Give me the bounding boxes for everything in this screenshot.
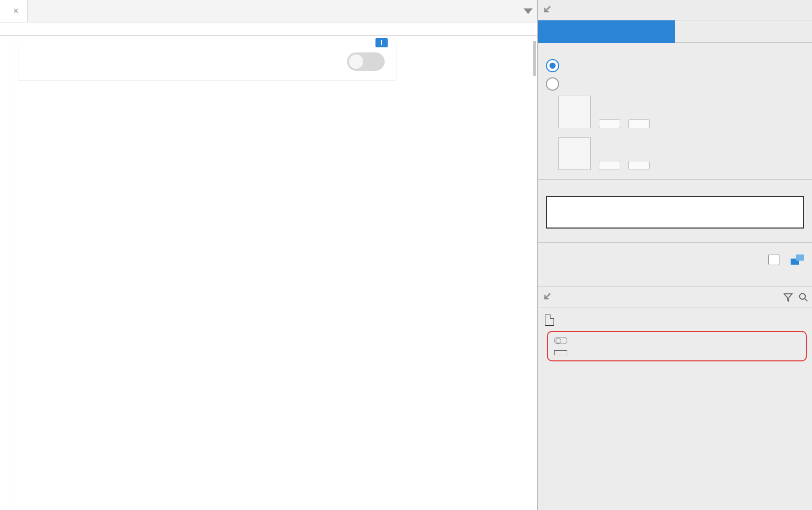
radio-custom-icon[interactable] bbox=[546, 77, 804, 91]
tooltip-input[interactable] bbox=[546, 196, 804, 229]
enable-checkbox[interactable] bbox=[768, 254, 779, 265]
radio-icon[interactable] bbox=[546, 59, 559, 72]
inspector-header bbox=[538, 0, 812, 20]
adaptive-settings-icon[interactable] bbox=[791, 254, 804, 265]
inspector-body bbox=[538, 43, 812, 287]
import-56-button[interactable] bbox=[599, 161, 620, 170]
ruler-horizontal bbox=[0, 22, 537, 36]
rect-icon bbox=[554, 350, 567, 355]
tabs-dropdown-icon[interactable] bbox=[519, 0, 537, 22]
outline-title-item[interactable] bbox=[552, 347, 802, 358]
outline-switch-item[interactable] bbox=[552, 334, 802, 347]
inspector-tabs bbox=[538, 20, 812, 43]
switch-icon bbox=[554, 337, 567, 344]
canvas-area: × bbox=[0, 0, 537, 510]
canvas[interactable] bbox=[15, 36, 537, 510]
filter-icon[interactable] bbox=[784, 293, 793, 302]
clear-56-button[interactable] bbox=[628, 161, 650, 170]
thumbnail-28-box[interactable] bbox=[558, 96, 591, 128]
document-tab[interactable]: × bbox=[0, 0, 27, 22]
svg-line-3 bbox=[805, 298, 807, 301]
outline-panel bbox=[538, 287, 812, 510]
switch-off-widget[interactable] bbox=[347, 52, 385, 71]
svg-point-2 bbox=[800, 293, 805, 299]
tab-description[interactable] bbox=[675, 20, 813, 43]
outline-highlight-group bbox=[547, 331, 807, 361]
popout-icon[interactable] bbox=[542, 6, 551, 15]
thumb-28-group bbox=[558, 96, 804, 128]
title-row-widget[interactable] bbox=[18, 43, 396, 80]
search-icon[interactable] bbox=[799, 293, 808, 302]
page-icon bbox=[545, 315, 554, 326]
svg-rect-1 bbox=[796, 254, 804, 261]
tab-properties[interactable] bbox=[538, 20, 675, 43]
scrollbar-vertical[interactable] bbox=[533, 41, 536, 76]
radio-use-thumbnail[interactable] bbox=[546, 59, 804, 72]
selection-handle-icon[interactable] bbox=[375, 38, 388, 47]
thumb-56-group bbox=[558, 137, 804, 170]
close-icon[interactable]: × bbox=[13, 6, 19, 16]
radio-icon[interactable] bbox=[546, 77, 559, 91]
import-28-button[interactable] bbox=[599, 119, 620, 128]
clear-28-button[interactable] bbox=[628, 119, 650, 128]
outline-page-item[interactable] bbox=[543, 311, 807, 329]
popout-icon[interactable] bbox=[542, 293, 551, 302]
ruler-vertical bbox=[0, 36, 15, 510]
thumbnail-56-box[interactable] bbox=[558, 137, 591, 170]
document-tabbar: × bbox=[0, 0, 537, 22]
